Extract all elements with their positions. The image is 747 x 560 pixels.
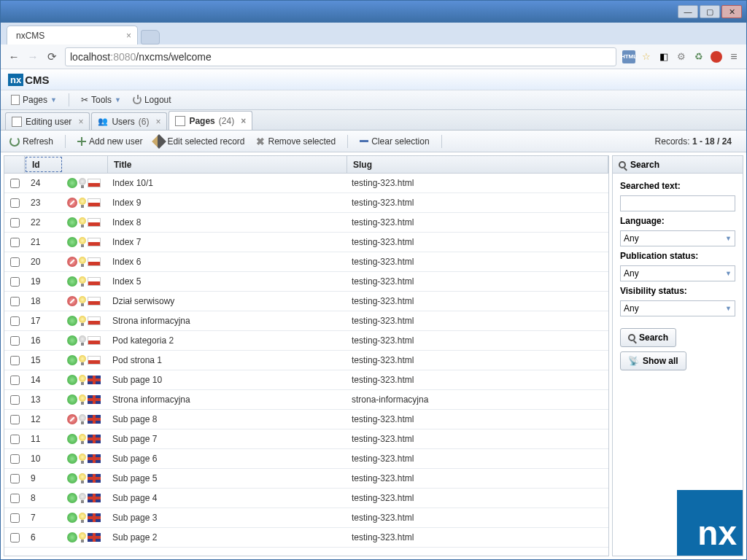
- eyedropper-icon[interactable]: ◧: [657, 50, 670, 63]
- table-row[interactable]: 13Strona informacyjnastrona-informacyjna: [4, 390, 608, 410]
- cell-title: Index 9: [107, 198, 346, 208]
- remove-button[interactable]: ✖ Remove selected: [253, 134, 338, 149]
- cell-title: Sub page 3: [107, 513, 346, 523]
- showall-button[interactable]: 📡 Show all: [620, 351, 686, 370]
- tab-editing-user[interactable]: Editing user ×: [5, 112, 90, 130]
- table-row[interactable]: 14Sub page 10testing-323.html: [4, 370, 608, 390]
- users-icon: 👥: [98, 117, 108, 127]
- row-checkbox[interactable]: [10, 336, 20, 346]
- reload-button[interactable]: ⟳: [44, 50, 59, 64]
- cell-slug: testing-323.html: [346, 375, 608, 385]
- maximize-button[interactable]: ▢: [700, 5, 720, 18]
- adblock-icon[interactable]: [710, 50, 723, 63]
- table-row[interactable]: 22Index 8testing-323.html: [4, 213, 608, 233]
- row-checkbox[interactable]: [10, 238, 20, 247]
- visibility-status-select[interactable]: Any ▼: [620, 300, 735, 316]
- row-checkbox[interactable]: [10, 218, 20, 228]
- row-checkbox[interactable]: [10, 435, 20, 444]
- row-checkbox[interactable]: [10, 533, 20, 542]
- cell-status: [61, 198, 107, 208]
- content-tabs: Editing user × 👥 Users (6) × Pages (24) …: [1, 110, 746, 131]
- browser-tab-active[interactable]: nxCMS ×: [7, 26, 138, 44]
- table-row[interactable]: 7Sub page 3testing-323.html: [4, 508, 608, 528]
- new-tab-button[interactable]: [141, 30, 160, 44]
- visible-icon: [79, 257, 86, 267]
- html-badge-icon[interactable]: HTML: [622, 50, 635, 63]
- cell-title: Index 6: [107, 257, 346, 267]
- forward-button[interactable]: →: [26, 50, 40, 64]
- cell-status: [61, 493, 107, 503]
- cell-title: Pod strona 1: [107, 355, 346, 365]
- table-row[interactable]: 19Index 5testing-323.html: [4, 272, 608, 292]
- table-row[interactable]: 12Sub page 8testing-323.html: [4, 410, 608, 429]
- grid-body[interactable]: 24Index 10/1testing-323.html23Index 9tes…: [4, 174, 608, 556]
- col-title[interactable]: Title: [108, 156, 347, 173]
- table-row[interactable]: 23Index 9testing-323.html: [4, 193, 608, 213]
- row-checkbox[interactable]: [10, 454, 20, 464]
- tab-users[interactable]: 👥 Users (6) ×: [91, 112, 167, 130]
- publication-status-select[interactable]: Any ▼: [620, 265, 735, 281]
- edit-button[interactable]: Edit selected record: [151, 135, 247, 148]
- row-checkbox[interactable]: [10, 356, 20, 365]
- close-tab-icon[interactable]: ×: [126, 31, 131, 41]
- table-row[interactable]: 8Sub page 4testing-323.html: [4, 489, 608, 508]
- row-checkbox[interactable]: [10, 277, 20, 287]
- row-checkbox[interactable]: [10, 474, 20, 483]
- table-row[interactable]: 18Dział serwisowytesting-323.html: [4, 292, 608, 311]
- add-button[interactable]: Add new user: [74, 135, 145, 148]
- close-icon[interactable]: ×: [241, 116, 246, 126]
- cell-title: Sub page 6: [107, 454, 346, 464]
- published-icon: [67, 355, 77, 365]
- table-row[interactable]: 11Sub page 7testing-323.html: [4, 429, 608, 449]
- cell-title: Sub page 2: [107, 532, 346, 542]
- cell-title: Strona informacyjna: [107, 394, 346, 405]
- row-checkbox[interactable]: [10, 376, 20, 385]
- row-checkbox[interactable]: [10, 415, 20, 424]
- searched-text-input[interactable]: [620, 195, 735, 211]
- col-id[interactable]: Id: [26, 157, 62, 172]
- publication-status-value: Any: [624, 268, 639, 279]
- table-row[interactable]: 15Pod strona 1testing-323.html: [4, 351, 608, 370]
- table-row[interactable]: 9Sub page 5testing-323.html: [4, 469, 608, 489]
- row-checkbox[interactable]: [10, 513, 20, 523]
- table-row[interactable]: 16Pod kategoria 2testing-323.html: [4, 331, 608, 351]
- table-row[interactable]: 24Index 10/1testing-323.html: [4, 174, 608, 193]
- browser-menu-icon[interactable]: ≡: [727, 50, 740, 63]
- row-checkbox[interactable]: [10, 316, 20, 326]
- search-button[interactable]: Search: [620, 328, 676, 347]
- form-icon: [12, 117, 22, 127]
- back-button[interactable]: ←: [7, 50, 21, 64]
- row-checkbox[interactable]: [10, 395, 20, 405]
- recycle-icon[interactable]: ♻: [692, 50, 705, 63]
- refresh-button[interactable]: Refresh: [7, 135, 56, 148]
- gear-icon[interactable]: ⚙: [675, 50, 688, 63]
- minimize-button[interactable]: —: [678, 5, 698, 18]
- menu-logout[interactable]: Logout: [130, 93, 174, 106]
- clear-button[interactable]: Clear selection: [357, 135, 432, 148]
- row-checkbox[interactable]: [10, 257, 20, 267]
- table-row[interactable]: 10Sub page 6testing-323.html: [4, 449, 608, 469]
- col-status[interactable]: [63, 156, 108, 173]
- table-row[interactable]: 17Strona informacyjnatesting-323.html: [4, 311, 608, 331]
- tab-pages[interactable]: Pages (24) ×: [169, 111, 252, 130]
- row-checkbox[interactable]: [10, 297, 20, 306]
- unpublished-icon: [67, 198, 77, 208]
- cell-title: Index 10/1: [107, 178, 346, 188]
- close-icon[interactable]: ×: [155, 117, 160, 127]
- bookmark-icon[interactable]: ☆: [640, 50, 653, 63]
- row-checkbox[interactable]: [10, 198, 20, 208]
- records-label: Records:: [655, 136, 692, 147]
- row-checkbox[interactable]: [10, 179, 20, 188]
- menu-tools[interactable]: ✂ Tools ▼: [78, 93, 124, 106]
- url-input[interactable]: localhost:8080/nxcms/welcome: [65, 47, 616, 66]
- table-row[interactable]: 21Index 7testing-323.html: [4, 233, 608, 252]
- table-row[interactable]: 20Index 6testing-323.html: [4, 252, 608, 272]
- table-row[interactable]: 6Sub page 2testing-323.html: [4, 528, 608, 548]
- close-window-button[interactable]: ✕: [721, 5, 742, 18]
- visible-icon: [79, 473, 86, 483]
- col-slug[interactable]: Slug: [347, 156, 608, 173]
- menu-pages[interactable]: Pages ▼: [8, 93, 60, 106]
- row-checkbox[interactable]: [10, 494, 20, 503]
- close-icon[interactable]: ×: [78, 117, 83, 127]
- language-select[interactable]: Any ▼: [620, 230, 735, 246]
